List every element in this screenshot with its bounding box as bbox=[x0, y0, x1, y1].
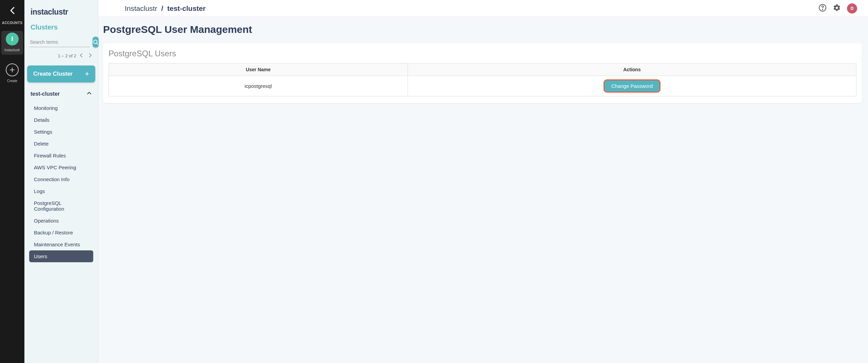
nav-logs[interactable]: Logs bbox=[29, 185, 93, 197]
create-account-label: Create bbox=[7, 79, 17, 83]
table-header-row: User Name Actions bbox=[109, 63, 856, 76]
account-item-instaclustr[interactable]: I Instaclustr bbox=[1, 31, 23, 55]
pagination-text: 1 – 2 of 2 bbox=[58, 53, 76, 58]
chevron-up-icon bbox=[86, 91, 92, 97]
cluster-name-label: test-cluster bbox=[31, 91, 60, 97]
search-icon bbox=[93, 39, 99, 45]
header-actions: Actions bbox=[408, 63, 856, 76]
main-content: Instaclustr / test-cluster D PostgreSQL … bbox=[98, 0, 868, 363]
card-title: PostgreSQL Users bbox=[108, 49, 856, 58]
nav-firewall-rules[interactable]: Firewall Rules bbox=[29, 150, 93, 161]
pagination: 1 – 2 of 2 bbox=[24, 50, 98, 62]
accounts-label: ACCOUNTS bbox=[2, 21, 23, 25]
nav-aws-vpc-peering[interactable]: AWS VPC Peering bbox=[29, 161, 93, 173]
account-name-label: Instaclustr bbox=[4, 48, 20, 52]
plus-circle-icon bbox=[6, 63, 19, 76]
nav-backup-restore[interactable]: Backup / Restore bbox=[29, 227, 93, 238]
top-icons: D bbox=[818, 3, 857, 14]
back-icon[interactable] bbox=[9, 6, 15, 16]
cell-username: icpostgresql bbox=[109, 76, 408, 96]
create-cluster-label: Create Cluster bbox=[33, 71, 73, 77]
search-button[interactable] bbox=[93, 37, 99, 47]
clusters-panel: instaclustr Clusters 1 – 2 of 2 Create C… bbox=[24, 0, 98, 363]
pagination-prev-icon[interactable] bbox=[78, 52, 85, 59]
svg-point-5 bbox=[822, 9, 823, 10]
cluster-nav: Monitoring Details Settings Delete Firew… bbox=[24, 102, 98, 262]
accounts-sidebar: ACCOUNTS I Instaclustr Create bbox=[0, 0, 24, 363]
header-username: User Name bbox=[109, 63, 408, 76]
cluster-toggle[interactable]: test-cluster bbox=[24, 86, 98, 102]
search-input[interactable] bbox=[29, 37, 90, 47]
gear-icon[interactable] bbox=[833, 4, 841, 13]
breadcrumb-main[interactable]: Instaclustr bbox=[125, 4, 157, 12]
plus-icon: + bbox=[85, 70, 89, 78]
breadcrumb-sub[interactable]: test-cluster bbox=[167, 4, 205, 12]
pagination-next-icon[interactable] bbox=[86, 52, 94, 59]
nav-connection-info[interactable]: Connection Info bbox=[29, 173, 93, 185]
user-avatar[interactable]: D bbox=[847, 3, 857, 14]
nav-maintenance-events[interactable]: Maintenance Events bbox=[29, 238, 93, 250]
nav-monitoring[interactable]: Monitoring bbox=[29, 102, 93, 114]
table-row: icpostgresql Change Password bbox=[109, 76, 856, 96]
help-icon[interactable] bbox=[818, 4, 827, 13]
users-card: PostgreSQL Users User Name Actions icpos… bbox=[103, 43, 862, 103]
svg-line-3 bbox=[97, 43, 98, 44]
content-area: PostgreSQL User Management PostgreSQL Us… bbox=[98, 17, 868, 363]
nav-users[interactable]: Users bbox=[29, 250, 93, 262]
breadcrumb: Instaclustr / test-cluster bbox=[125, 4, 205, 13]
logo-area: instaclustr bbox=[24, 0, 98, 20]
page-title: PostgreSQL User Management bbox=[103, 24, 862, 35]
search-row bbox=[24, 35, 98, 50]
nav-details[interactable]: Details bbox=[29, 114, 93, 126]
top-bar: Instaclustr / test-cluster D bbox=[98, 0, 868, 17]
create-account-button[interactable]: Create bbox=[6, 63, 19, 83]
breadcrumb-separator: / bbox=[161, 4, 163, 12]
nav-settings[interactable]: Settings bbox=[29, 126, 93, 138]
logo: instaclustr bbox=[31, 7, 92, 17]
cell-actions: Change Password bbox=[408, 76, 856, 96]
change-password-button[interactable]: Change Password bbox=[604, 79, 661, 93]
account-avatar-icon: I bbox=[6, 33, 19, 45]
nav-postgresql-configuration[interactable]: PostgreSQL Configuration bbox=[29, 197, 93, 215]
create-cluster-button[interactable]: Create Cluster + bbox=[27, 65, 95, 82]
nav-delete[interactable]: Delete bbox=[29, 138, 93, 150]
nav-operations[interactable]: Operations bbox=[29, 215, 93, 227]
clusters-title: Clusters bbox=[24, 20, 98, 35]
users-table: User Name Actions icpostgresql Change Pa… bbox=[108, 63, 856, 96]
